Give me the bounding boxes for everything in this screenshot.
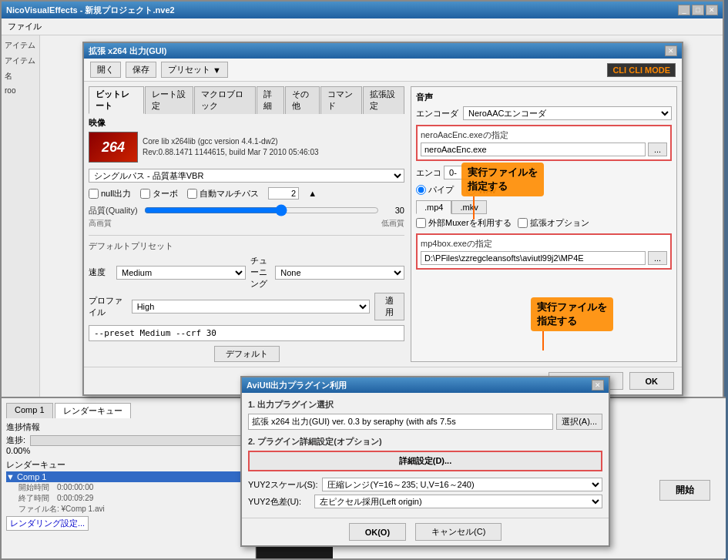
app-title-bar: NicoVisualEffects - 新規プロジェクト.nve2 _ □ ✕ bbox=[2, 2, 723, 18]
radio-wav-input[interactable] bbox=[466, 185, 476, 195]
progress-title: 進捗情報 bbox=[6, 421, 250, 433]
yuy2-diff-select[interactable]: 左ピクセル採用(Left origin) bbox=[314, 495, 602, 508]
default-button[interactable]: デフォルト bbox=[214, 346, 280, 362]
video-info-box: 264 Core lib x264lib (gcc version 4.4.1-… bbox=[89, 132, 404, 163]
tuning-select[interactable]: None bbox=[275, 266, 404, 280]
separator-1 bbox=[89, 235, 404, 236]
quality-slider[interactable] bbox=[144, 204, 379, 216]
mp4-mkv-tabs: .mp4 .mkv bbox=[416, 200, 672, 214]
dialog-x264-titlebar: 拡張 x264 出力(GUI) ✕ bbox=[84, 43, 682, 59]
title-bar-buttons: _ □ ✕ bbox=[678, 5, 718, 15]
ext-option-checkbox[interactable]: 拡張オプション bbox=[518, 217, 589, 229]
dialog-x264-toolbar: 開く 保存 プリセット ▼ CLI CLI MODE bbox=[84, 59, 682, 82]
preset-label: プリセット bbox=[168, 64, 210, 75]
preset-button[interactable]: プリセット ▼ bbox=[161, 62, 228, 78]
mp4box-path-row: ... bbox=[421, 251, 667, 265]
tab-ext-settings[interactable]: 拡張設定 bbox=[363, 86, 404, 114]
aviutl-cancel-button[interactable]: キャンセル(C) bbox=[415, 523, 502, 541]
mp4box-browse-button[interactable]: ... bbox=[648, 251, 667, 265]
tab-rate-settings[interactable]: レート設定 bbox=[145, 86, 193, 114]
video-core-info: Core lib x264lib (gcc version 4.4.1-dw2) bbox=[143, 136, 319, 147]
aviutl-title-bar: AviUtl出力プラグイン利用 ✕ bbox=[242, 377, 609, 393]
radio-row: パイプ WAV bbox=[416, 184, 672, 196]
encoder-select[interactable]: NeroAACエンコーダ bbox=[463, 106, 672, 120]
checkbox-row: null出力 ターボ 自動マルチパス ▲ bbox=[89, 187, 404, 200]
queue-comp1[interactable]: ▼ Comp 1 bbox=[6, 471, 250, 482]
menu-file[interactable]: ファイル bbox=[5, 20, 45, 33]
preset-arrow-icon: ▼ bbox=[213, 65, 221, 75]
yuy2-scale-label: YUY2スケール(S): bbox=[248, 479, 317, 491]
queue-end-time: 終了時間 0:00:09:29 bbox=[6, 493, 250, 504]
apply-button[interactable]: 適用 bbox=[374, 293, 404, 320]
enc-label: エンコ bbox=[416, 168, 441, 177]
muxer-checkbox[interactable]: 外部Muxerを利用する bbox=[416, 217, 512, 229]
dialog-x264-close[interactable]: ✕ bbox=[665, 45, 677, 56]
tab-detail[interactable]: 詳細 bbox=[257, 86, 284, 114]
aviutl-s1-title: 1. 出力プラグイン選択 bbox=[248, 399, 602, 411]
ext-option-check[interactable] bbox=[518, 218, 528, 228]
ok-button[interactable]: OK bbox=[629, 372, 675, 390]
yuy2-scale-row: YUY2スケール(S): 圧縮レンジ(Y=16～235; U,V=16～240) bbox=[248, 478, 602, 491]
aviutl-section2: 2. プラグイン詳細設定(オプション) 詳細設定(D)... bbox=[248, 436, 602, 471]
encoder-label: エンコーダ bbox=[416, 108, 458, 119]
queue-title: レンダーキュー bbox=[6, 458, 250, 471]
muxer-check[interactable] bbox=[416, 218, 426, 228]
exe-browse-button[interactable]: ... bbox=[648, 143, 667, 156]
tab-bitrate[interactable]: ビットレート bbox=[89, 86, 144, 114]
tab-other[interactable]: その他 bbox=[285, 86, 320, 114]
turbo-label: ターボ bbox=[153, 188, 178, 200]
sidebar-item-root[interactable]: roo bbox=[3, 85, 38, 96]
tab-macroblock[interactable]: マクロブロック bbox=[194, 86, 257, 114]
null-output-check[interactable] bbox=[89, 189, 99, 199]
sidebar-item-1[interactable]: アイテム bbox=[3, 39, 38, 52]
tab-command[interactable]: コマンド bbox=[320, 86, 362, 114]
video-panel: ビットレート レート設定 マクロブロック 詳細 その他 コマンド 拡張設定 映像… bbox=[89, 86, 404, 362]
app-window: NicoVisualEffects - 新規プロジェクト.nve2 _ □ ✕ … bbox=[0, 0, 724, 560]
close-button[interactable]: ✕ bbox=[706, 5, 718, 15]
speed-select[interactable]: Medium bbox=[116, 266, 246, 280]
queue-file-value[interactable]: ¥Comp 1.avi bbox=[62, 505, 105, 513]
tab-mkv[interactable]: .mkv bbox=[451, 200, 486, 214]
tab-mp4[interactable]: .mp4 bbox=[416, 200, 451, 214]
sidebar-item-2[interactable]: アイテム bbox=[3, 54, 38, 68]
radio-pipe[interactable]: パイプ bbox=[416, 184, 454, 196]
multipass-spinbox[interactable] bbox=[268, 187, 299, 200]
queue-file-label: ファイル名: ¥Comp 1.avi bbox=[6, 504, 250, 515]
aviutl-title: AviUtl出力プラグイン利用 bbox=[247, 380, 347, 391]
muxer-label: 外部Muxerを利用する bbox=[428, 217, 512, 229]
start-button[interactable]: 開始 bbox=[659, 480, 710, 501]
tab-comp1[interactable]: Comp 1 bbox=[6, 403, 53, 418]
tuning-label: チューニング bbox=[250, 255, 270, 290]
exe-path-input[interactable] bbox=[421, 143, 646, 156]
turbo-checkbox[interactable]: ターボ bbox=[140, 188, 178, 200]
aviutl-ok-button[interactable]: OK(O) bbox=[349, 523, 406, 541]
cli-mode-badge: CLI CLI MODE bbox=[607, 63, 676, 77]
quality-slider-row: 品質(Quality) 30 bbox=[89, 204, 404, 216]
open-button[interactable]: 開く bbox=[90, 62, 121, 78]
auto-multipass-checkbox[interactable]: 自動マルチパス bbox=[187, 188, 259, 200]
aviutl-close-btn[interactable]: ✕ bbox=[592, 380, 604, 391]
auto-multipass-check[interactable] bbox=[187, 189, 197, 199]
sidebar-item-name[interactable]: 名 bbox=[3, 69, 38, 83]
tab-render-queue[interactable]: レンダーキュー bbox=[55, 403, 131, 418]
maximize-button[interactable]: □ bbox=[692, 5, 704, 15]
mode-select[interactable]: シングルパス - 品質基準VBR bbox=[89, 169, 404, 183]
enc-mode-select[interactable]: 0- bbox=[444, 166, 490, 179]
preset-section-title: デフォルトプリセット bbox=[89, 240, 404, 252]
detail-settings-button[interactable]: 詳細設定(D)... bbox=[248, 451, 602, 471]
radio-wav[interactable]: WAV bbox=[466, 185, 497, 195]
select-plugin-button[interactable]: 選択(A)... bbox=[556, 414, 602, 430]
spinbox-up-icon[interactable]: ▲ bbox=[308, 189, 317, 198]
turbo-check[interactable] bbox=[140, 189, 150, 199]
tab-bar: ビットレート レート設定 マクロブロック 詳細 その他 コマンド 拡張設定 bbox=[89, 86, 404, 114]
null-output-checkbox[interactable]: null出力 bbox=[89, 188, 131, 200]
save-button[interactable]: 保存 bbox=[126, 62, 156, 78]
mp4box-path-input[interactable] bbox=[421, 251, 646, 265]
minimize-button[interactable]: _ bbox=[678, 5, 690, 15]
encoder-row: エンコーダ NeroAACエンコーダ bbox=[416, 106, 672, 120]
profile-select[interactable]: High bbox=[132, 300, 371, 314]
render-settings-link[interactable]: レンダリング設定... bbox=[6, 516, 89, 531]
radio-pipe-input[interactable] bbox=[416, 185, 426, 195]
video-info-text: Core lib x264lib (gcc version 4.4.1-dw2)… bbox=[143, 136, 319, 158]
yuy2-scale-select[interactable]: 圧縮レンジ(Y=16～235; U,V=16～240) bbox=[322, 478, 602, 491]
